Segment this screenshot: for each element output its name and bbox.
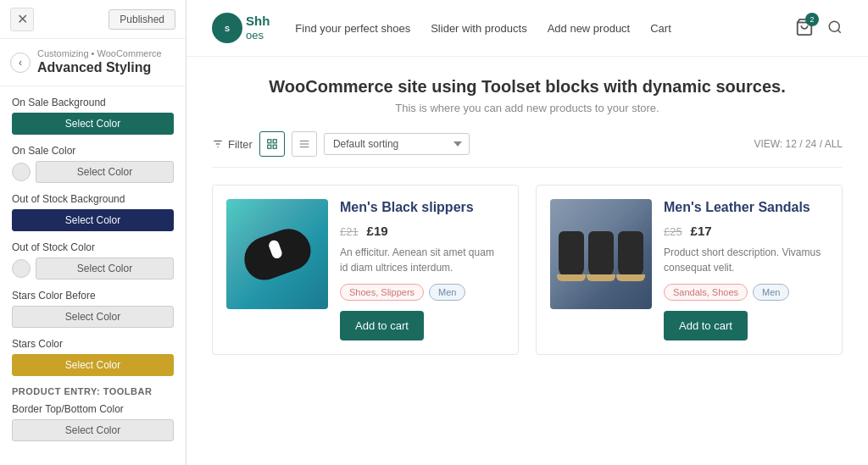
sidebar-nav: ‹ Customizing • WooCommerce Advanced Sty… [0,39,186,86]
sidebar: ✕ Published ‹ Customizing • WooCommerce … [0,0,186,465]
grid-view-button[interactable] [259,131,285,157]
color-settings-section: On Sale Background Select Color On Sale … [0,86,186,457]
list-view-button[interactable] [292,131,317,157]
product-price-1: £21 £19 [340,224,504,238]
svg-rect-8 [273,140,276,143]
out-of-stock-bg-label: Out of Stock Background [12,193,174,205]
product-title-2: Men's Leather Sandals [664,199,828,217]
top-nav: S Shh oes Find your perfect shoes Slider… [186,0,868,57]
shop-hero-sub: This is where you can add new products t… [212,102,843,114]
close-button[interactable]: ✕ [10,8,34,31]
on-sale-color-btn[interactable]: Select Color [36,161,174,183]
add-to-cart-btn-2[interactable]: Add to cart [664,311,748,340]
search-icon[interactable] [827,19,843,37]
border-color-field: Border Top/Bottom Color Select Color [12,403,174,441]
product-title-1: Men's Black slippers [340,199,504,217]
product-price-2: £25 £17 [664,224,828,238]
nav-icons: 2 [795,18,843,39]
products-grid: Men's Black slippers £21 £19 An efficitu… [212,185,843,355]
on-sale-color-swatch [12,163,31,181]
logo-svg: S [218,19,236,37]
stars-before-label: Stars Color Before [12,290,174,302]
customizing-label: Customizing • WooCommerce [37,47,162,59]
product-tags-2: Sandals, Shoes Men [664,284,828,301]
price-old-1: £21 [340,225,359,238]
section-title: Advanced Styling [37,59,162,77]
logo-icon: S [212,13,242,43]
svg-point-3 [829,21,839,31]
out-of-stock-color-swatch [12,259,31,278]
on-sale-color-field: On Sale Color Select Color [12,145,174,183]
stars-color-field: Stars Color Select Color [12,338,174,376]
logo-text: Shh oes [246,14,270,42]
price-new-1: £19 [367,224,388,238]
svg-rect-10 [273,145,276,148]
tag-shoes-slippers[interactable]: Shoes, Slippers [340,284,424,301]
product-desc-2: Product short description. Vivamus conse… [664,245,828,275]
out-of-stock-color-field: Out of Stock Color Select Color [12,241,174,280]
price-old-2: £25 [664,225,682,238]
out-of-stock-color-btn[interactable]: Select Color [36,257,174,280]
product-desc-1: An efficitur. Aenean sit amet quam id di… [340,245,504,275]
border-color-btn[interactable]: Select Color [12,419,174,441]
on-sale-color-label: On Sale Color [12,145,174,157]
filter-icon [212,138,224,150]
slipper-shape [238,223,316,285]
logo-area: S Shh oes [212,13,270,43]
sandal-shape [559,231,643,278]
out-of-stock-bg-field: Out of Stock Background Select Color [12,193,174,231]
stars-color-label: Stars Color [12,338,174,350]
stars-before-btn[interactable]: Select Color [12,306,174,328]
product-info-2: Men's Leather Sandals £25 £17 Product sh… [664,199,828,340]
nav-link-cart[interactable]: Cart [650,22,671,35]
sidebar-top-bar: ✕ Published [0,0,186,39]
grid-icon [266,138,278,150]
tag-men-1[interactable]: Men [429,284,465,301]
on-sale-bg-label: On Sale Background [12,97,174,108]
product-image-1 [226,199,328,309]
filter-button[interactable]: Filter [212,138,253,151]
svg-text:S: S [225,25,230,33]
product-info-1: Men's Black slippers £21 £19 An efficitu… [340,199,504,340]
published-button[interactable]: Published [108,9,175,30]
product-card-2: Men's Leather Sandals £25 £17 Product sh… [536,185,843,355]
sort-select[interactable]: Default sorting Sort by popularity Sort … [324,133,470,155]
product-tags-1: Shoes, Slippers Men [340,284,504,301]
view-all[interactable]: ALL [825,138,843,150]
shop-hero: WooCommerce site using Toolset blocks wi… [212,77,843,114]
view-24[interactable]: 24 [805,138,816,150]
on-sale-bg-field: On Sale Background Select Color [12,97,174,135]
out-of-stock-color-label: Out of Stock Color [12,241,174,253]
svg-rect-9 [268,145,271,148]
list-icon [298,138,310,150]
nav-link-slider-products[interactable]: Slider with products [431,22,526,35]
product-entry-toolbar-label: PRODUCT ENTRY: TOOLBAR [12,386,174,396]
border-color-label: Border Top/Bottom Color [12,403,174,415]
stars-color-btn[interactable]: Select Color [12,354,174,376]
back-button[interactable]: ‹ [10,53,31,73]
cart-badge: 2 [805,13,819,26]
tag-men-2[interactable]: Men [753,284,789,301]
view-options: VIEW: 12 / 24 / ALL [754,138,843,150]
on-sale-bg-btn[interactable]: Select Color [12,113,174,135]
out-of-stock-bg-btn[interactable]: Select Color [12,209,174,231]
product-image-2 [550,199,652,309]
nav-links: Find your perfect shoes Slider with prod… [295,22,795,35]
cart-icon-wrap[interactable]: 2 [795,18,814,39]
add-to-cart-btn-1[interactable]: Add to cart [340,311,424,340]
nav-link-find-shoes[interactable]: Find your perfect shoes [295,22,410,35]
main-content: S Shh oes Find your perfect shoes Slider… [186,0,868,465]
shop-content: WooCommerce site using Toolset blocks wi… [186,57,868,465]
stars-before-field: Stars Color Before Select Color [12,290,174,328]
tag-sandals-shoes[interactable]: Sandals, Shoes [664,284,748,301]
shop-hero-title: WooCommerce site using Toolset blocks wi… [212,77,843,97]
filter-bar: Filter Default sorting [212,131,843,168]
price-new-2: £17 [691,224,712,238]
nav-link-add-product[interactable]: Add new product [548,22,631,35]
product-card-1: Men's Black slippers £21 £19 An efficitu… [212,185,519,355]
svg-rect-7 [268,140,271,143]
